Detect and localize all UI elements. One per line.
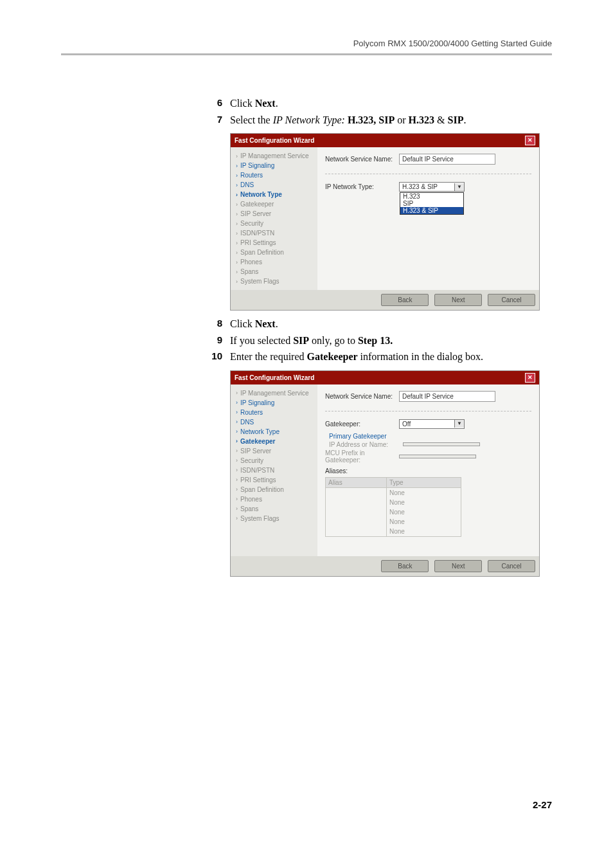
nav-label: Routers [240, 409, 263, 416]
nav-routers[interactable]: ›Routers [231, 408, 317, 417]
cancel-button[interactable]: Cancel [488, 560, 535, 572]
text-bold: H.323, SIP [348, 114, 395, 125]
mcu-prefix-input[interactable] [399, 455, 476, 458]
nav-ip-signaling[interactable]: ›IP Signaling [231, 398, 317, 408]
nav-label: IP Signaling [240, 399, 274, 406]
close-icon[interactable]: ✕ [525, 373, 535, 383]
nav-routers[interactable]: ›Routers [231, 170, 317, 180]
wizard-nav: ›IP Management Service ›IP Signaling ›Ro… [231, 384, 317, 556]
nav-system-flags[interactable]: ›System Flags [231, 276, 317, 286]
chevron-icon: › [236, 467, 238, 473]
row-service-name: Network Service Name: Default IP Service [325, 154, 531, 165]
step-text: Click Next. [230, 317, 552, 331]
divider [325, 174, 531, 174]
primary-gatekeeper-heading: Primary Gatekeeper [329, 433, 531, 440]
select-value: Off [400, 420, 454, 428]
chevron-down-icon[interactable]: ▼ [454, 420, 464, 428]
dropdown-option[interactable]: H.323 [400, 193, 463, 200]
nav-network-type[interactable]: ›Network Type [231, 190, 317, 199]
label-service-name: Network Service Name: [325, 156, 399, 163]
chevron-down-icon[interactable]: ▼ [454, 183, 464, 191]
table-row: None [326, 498, 461, 507]
chevron-icon: › [236, 211, 238, 217]
nav-ip-mgmt[interactable]: ›IP Management Service [231, 388, 317, 398]
nav-label: System Flags [240, 278, 280, 285]
nav-span-def[interactable]: ›Span Definition [231, 485, 317, 494]
step-number: 6 [206, 96, 222, 109]
nav-label: Security [240, 457, 263, 464]
nav-network-type[interactable]: ›Network Type [231, 427, 317, 437]
back-button[interactable]: Back [381, 294, 429, 306]
table-row: None [326, 507, 461, 517]
text-bold: SIP [448, 114, 464, 125]
step-text: If you selected SIP only, go to Step 13. [230, 334, 552, 348]
row-gatekeeper: Gatekeeper: Off ▼ [325, 419, 531, 429]
nav-label: PRI Settings [240, 476, 276, 484]
nav-label: IP Management Service [240, 390, 309, 397]
nav-security[interactable]: ›Security [231, 456, 317, 466]
nav-label: SIP Server [240, 448, 271, 455]
nav-sip-server[interactable]: ›SIP Server [231, 446, 317, 456]
table-header: Alias Type [326, 478, 461, 488]
back-button[interactable]: Back [381, 560, 429, 572]
row-ip-address: IP Address or Name: [329, 441, 531, 448]
nav-phones[interactable]: ›Phones [231, 257, 317, 267]
nav-sip-server[interactable]: ›SIP Server [231, 209, 317, 219]
dropdown-option-selected[interactable]: H.323 & SIP [400, 207, 463, 214]
service-name-input[interactable]: Default IP Service [399, 154, 495, 165]
nav-label: Spans [240, 268, 258, 275]
label-aliases: Aliases: [325, 467, 531, 475]
nav-phones[interactable]: ›Phones [231, 494, 317, 504]
nav-label: IP Signaling [240, 162, 274, 169]
nav-system-flags[interactable]: ›System Flags [231, 514, 317, 523]
ip-address-input[interactable] [403, 442, 480, 446]
chevron-icon: › [236, 221, 238, 227]
page-header: Polycom RMX 1500/2000/4000 Getting Start… [61, 39, 552, 53]
text: Select the [230, 114, 273, 125]
step-9: 9 If you selected SIP only, go to Step 1… [206, 334, 552, 348]
cell-type: None [387, 488, 461, 498]
wizard-titlebar: Fast Configuration Wizard ✕ [231, 134, 539, 147]
cell-type: None [387, 498, 461, 507]
nav-security[interactable]: ›Security [231, 219, 317, 228]
chevron-icon: › [236, 409, 238, 415]
nav-dns[interactable]: ›DNS [231, 180, 317, 190]
wizard-footer: Back Next Cancel [231, 556, 539, 576]
nav-dns[interactable]: ›DNS [231, 417, 317, 427]
next-button[interactable]: Next [434, 560, 482, 572]
gatekeeper-select[interactable]: Off ▼ [399, 419, 465, 429]
nav-spans[interactable]: ›Spans [231, 504, 317, 514]
next-button[interactable]: Next [434, 294, 482, 306]
service-name-input[interactable]: Default IP Service [399, 391, 495, 402]
nav-span-def[interactable]: ›Span Definition [231, 248, 317, 257]
table-row: None [326, 488, 461, 498]
step-10: 10 Enter the required Gatekeeper informa… [206, 350, 552, 364]
step-number: 8 [206, 317, 222, 330]
nav-isdn[interactable]: ›ISDN/PSTN [231, 228, 317, 238]
chevron-icon: › [236, 153, 238, 159]
nav-spans[interactable]: ›Spans [231, 267, 317, 276]
nav-ip-mgmt[interactable]: ›IP Management Service [231, 151, 317, 161]
text: . [276, 318, 278, 329]
page-number: 2-27 [533, 799, 552, 810]
nav-gatekeeper[interactable]: ›Gatekeeper [231, 199, 317, 209]
label-gatekeeper: Gatekeeper: [325, 420, 399, 428]
nav-pri[interactable]: ›PRI Settings [231, 475, 317, 485]
close-icon[interactable]: ✕ [525, 136, 535, 145]
nav-ip-signaling[interactable]: ›IP Signaling [231, 161, 317, 170]
nav-label: IP Management Service [240, 152, 309, 159]
wizard-title-text: Fast Configuration Wizard [235, 137, 314, 144]
nav-gatekeeper[interactable]: ›Gatekeeper [231, 437, 317, 446]
nav-label: System Flags [240, 515, 280, 522]
chevron-icon: › [236, 476, 238, 483]
nav-pri[interactable]: ›PRI Settings [231, 238, 317, 248]
nav-label: SIP Server [240, 210, 271, 217]
chevron-icon: › [236, 269, 238, 275]
nav-isdn[interactable]: ›ISDN/PSTN [231, 466, 317, 475]
cancel-button[interactable]: Cancel [488, 294, 535, 306]
dropdown-option[interactable]: SIP [400, 200, 463, 207]
chevron-icon: › [236, 240, 238, 246]
step-number: 7 [206, 113, 222, 126]
wizard-nav: ›IP Management Service ›IP Signaling ›Ro… [231, 147, 317, 290]
ip-network-type-select[interactable]: H.323 & SIP ▼ H.323 SIP H.323 & SIP [399, 182, 465, 192]
